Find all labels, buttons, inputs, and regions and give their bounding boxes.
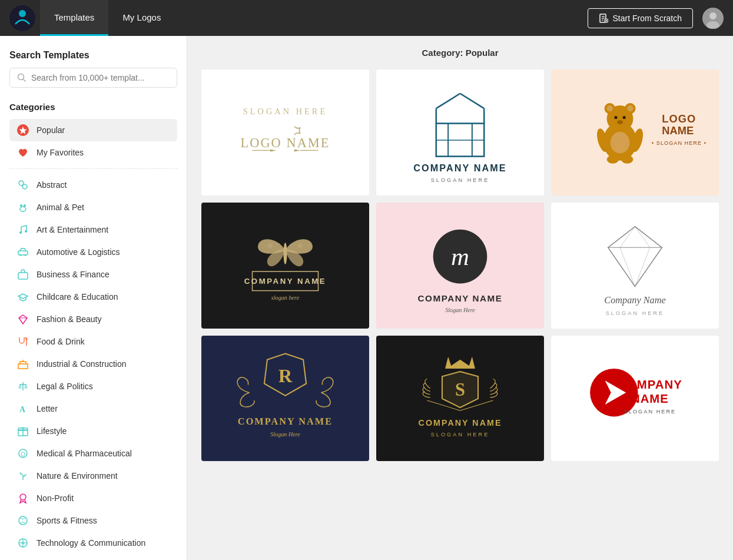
category-item-medical[interactable]: Medical & Pharmaceutical <box>9 442 177 465</box>
category-item-animal-pet[interactable]: Animal & Pet <box>9 196 177 218</box>
category-item-art-entertainment[interactable]: Art & Entertainment <box>9 218 177 241</box>
svg-point-69 <box>614 116 617 119</box>
gift-icon <box>16 425 29 438</box>
diamond-icon <box>16 313 29 326</box>
svg-text:COMPANY NAME: COMPANY NAME <box>419 417 502 427</box>
food-icon <box>16 335 29 348</box>
svg-point-82 <box>298 243 303 248</box>
svg-line-13 <box>24 79 26 82</box>
category-item-lifestyle[interactable]: Lifestyle <box>9 420 177 442</box>
svg-text:SLOGAN HERE: SLOGAN HERE <box>431 432 490 438</box>
medical-icon <box>16 447 29 460</box>
category-item-automotive[interactable]: Automotive & Logistics <box>9 241 177 263</box>
heart-icon <box>16 146 29 159</box>
sports-icon <box>16 514 29 527</box>
svg-text:NAME: NAME <box>631 392 669 405</box>
nav-my-logos[interactable]: My Logos <box>108 0 175 36</box>
search-icon <box>17 73 26 82</box>
category-item-technology[interactable]: Technology & Communication <box>9 532 177 554</box>
category-item-sports-fitness[interactable]: Sports & Fitness <box>9 509 177 532</box>
category-item-popular[interactable]: Popular <box>9 119 177 141</box>
svg-rect-26 <box>18 273 28 279</box>
svg-marker-27 <box>19 315 27 324</box>
nature-icon <box>16 469 29 482</box>
svg-point-39 <box>20 494 26 500</box>
nav-templates[interactable]: Templates <box>40 0 108 36</box>
search-input[interactable] <box>31 73 170 82</box>
construction-icon <box>16 357 29 370</box>
svg-point-10 <box>709 12 717 19</box>
user-avatar[interactable] <box>702 8 724 29</box>
svg-text:slogan here: slogan here <box>271 294 300 301</box>
template-card-2[interactable]: COMPANY NAME SLOGAN HERE <box>376 69 544 195</box>
svg-point-22 <box>25 230 27 233</box>
svg-line-92 <box>620 226 635 247</box>
svg-line-93 <box>635 226 650 247</box>
category-item-nature[interactable]: Nature & Environment <box>9 465 177 487</box>
svg-text:SLOGAN HERE: SLOGAN HERE <box>624 409 676 415</box>
search-templates-title: Search Templates <box>9 50 177 61</box>
svg-point-68 <box>627 105 633 111</box>
svg-text:COMPANY: COMPANY <box>618 377 682 390</box>
template-card-8[interactable]: S COMPANY NAME SLOGAN HERE <box>376 336 544 462</box>
svg-point-75 <box>607 155 619 164</box>
category-item-food-drink[interactable]: Food & Drink <box>9 330 177 353</box>
templates-content: Category: Popular SLOGAN HERE LOGO NAME <box>187 36 733 560</box>
svg-point-17 <box>22 184 27 189</box>
svg-text:Slogan Here: Slogan Here <box>445 307 475 313</box>
category-item-letter[interactable]: A Letter <box>9 397 177 420</box>
start-scratch-label: Start From Scratch <box>613 14 682 23</box>
svg-text:R: R <box>278 365 293 386</box>
svg-line-56 <box>460 94 485 108</box>
template-card-9[interactable]: COMPANY NAME SLOGAN HERE <box>551 336 719 462</box>
star-icon <box>16 124 29 137</box>
ribbon-icon <box>16 492 29 505</box>
svg-text:Company Name: Company Name <box>604 294 665 306</box>
svg-line-95 <box>635 247 650 286</box>
category-item-legal-politics[interactable]: Legal & Politics <box>9 375 177 397</box>
category-item-childcare-education[interactable]: Childcare & Education <box>9 286 177 308</box>
abstract-icon <box>16 178 29 191</box>
sidebar: Search Templates Categories Popular My F… <box>0 36 187 560</box>
svg-point-25 <box>25 254 26 256</box>
svg-point-71 <box>617 120 623 124</box>
svg-point-80 <box>283 243 287 264</box>
category-favorites-label: My Favorites <box>37 148 84 157</box>
svg-point-21 <box>19 231 22 234</box>
svg-point-18 <box>20 204 22 207</box>
template-card-3[interactable]: LOGO NAME • SLOGAN HERE • <box>551 69 719 195</box>
category-item-industrial-construction[interactable]: Industrial & Construction <box>9 353 177 375</box>
letter-icon: A <box>16 402 29 415</box>
category-item-fashion-beauty[interactable]: Fashion & Beauty <box>9 308 177 330</box>
svg-rect-23 <box>18 251 28 255</box>
template-card-7[interactable]: R COMPANY NAME Slogan Here <box>201 336 369 462</box>
svg-point-70 <box>623 116 626 119</box>
category-item-abstract[interactable]: Abstract <box>9 174 177 196</box>
svg-point-20 <box>20 207 26 211</box>
svg-point-76 <box>621 155 633 164</box>
svg-text:A: A <box>19 405 26 414</box>
svg-point-24 <box>20 254 22 256</box>
svg-text:COMPANY NAME: COMPANY NAME <box>238 415 333 426</box>
search-box[interactable] <box>9 68 177 88</box>
document-icon <box>599 14 608 23</box>
template-card-5[interactable]: m COMPANY NAME Slogan Here <box>376 203 544 329</box>
app-header: Templates My Logos Start From Scratch <box>0 0 733 36</box>
svg-line-94 <box>620 247 635 286</box>
category-item-favorites[interactable]: My Favorites <box>9 141 177 164</box>
svg-text:Slogan Here: Slogan Here <box>270 431 300 438</box>
template-card-6[interactable]: Company Name SLOGAN HERE <box>551 203 719 329</box>
start-scratch-button[interactable]: Start From Scratch <box>588 8 693 28</box>
main-nav: Templates My Logos <box>40 0 588 36</box>
category-item-non-profit[interactable]: Non-Profit <box>9 487 177 509</box>
svg-text:SLOGAN HERE: SLOGAN HERE <box>243 107 327 116</box>
graduation-icon <box>16 290 29 303</box>
svg-text:S: S <box>455 379 465 399</box>
app-logo[interactable] <box>9 5 35 31</box>
category-item-business-finance[interactable]: Business & Finance <box>9 263 177 286</box>
categories-title: Categories <box>9 102 177 112</box>
template-card-1[interactable]: SLOGAN HERE LOGO NAME <box>201 69 369 195</box>
template-card-4[interactable]: COMPANY NAME slogan here <box>201 203 369 329</box>
svg-text:SLOGAN HERE: SLOGAN HERE <box>431 177 490 183</box>
svg-marker-90 <box>608 226 662 286</box>
